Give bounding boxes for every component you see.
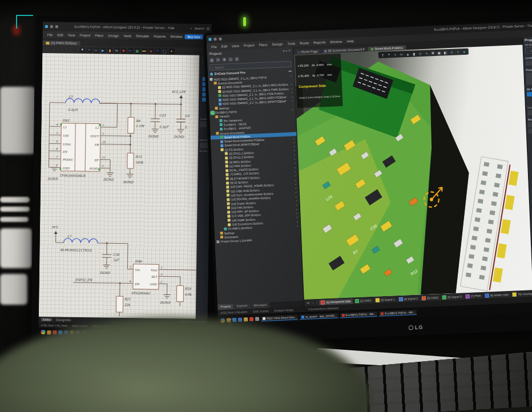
properties-search-input[interactable] <box>530 48 532 52</box>
minimize-button[interactable] <box>207 27 209 30</box>
layer-tab[interactable]: [5] GND2 <box>420 295 441 301</box>
menu-item[interactable]: Design <box>106 34 121 37</box>
taskbar-window-button[interactable]: RDC-0301-Direct Driv... <box>261 314 299 321</box>
buy-now-button[interactable]: Buy Now <box>185 34 203 39</box>
menu-item[interactable]: Project <box>78 33 93 37</box>
panel-menu-icon[interactable]: ▾ ≡ ✕ <box>283 49 291 53</box>
source-box[interactable] <box>527 110 532 116</box>
toolbar-icon[interactable]: ✦ <box>169 49 174 54</box>
layer-nav-icon[interactable]: ≪ <box>305 301 311 305</box>
pcb-toolbar-icon[interactable]: ▲ <box>405 51 410 56</box>
menu-item[interactable]: Reports <box>311 40 328 44</box>
toolbar-icon[interactable]: ◉ <box>148 48 154 53</box>
save-icon[interactable] <box>50 25 53 28</box>
taskbar-window-button[interactable]: EcoSBV1.PrjPcb - Alti... <box>340 312 377 318</box>
titlebar-search-label[interactable]: Search <box>194 27 204 30</box>
toolbar-icon[interactable]: ✚ <box>121 47 126 52</box>
toolbar-icon[interactable]: ▭ <box>94 47 99 52</box>
pcb-toolbar-icon[interactable]: ◧ <box>443 50 448 55</box>
section-snap[interactable]: Snap <box>528 118 532 122</box>
settings-icon[interactable]: ⚙ <box>235 56 239 61</box>
menu-item[interactable]: View <box>66 33 78 37</box>
layer-tab[interactable]: Top Overlay <box>511 291 532 297</box>
pcb-toolbar-icon[interactable]: ◇ <box>418 51 423 56</box>
pcb-toolbar-icon[interactable]: ▮ <box>412 51 417 56</box>
pcb-toolbar-icon[interactable]: ∿ <box>424 50 429 55</box>
pcb-toolbar-icon[interactable]: ● <box>462 49 467 54</box>
section-3d-model[interactable]: 3D Mod… <box>527 87 532 91</box>
menu-item[interactable]: File <box>209 45 219 49</box>
model-type-button[interactable]: C… <box>527 91 532 97</box>
layer-tab[interactable]: [7] PWR <box>464 293 483 298</box>
menu-item[interactable]: Place <box>92 34 106 37</box>
menu-item[interactable]: Design <box>269 42 285 46</box>
toolbar-icon[interactable]: ▮ <box>107 47 112 52</box>
menu-item[interactable]: Place <box>256 43 269 47</box>
toolbar-icon[interactable]: + <box>87 47 92 52</box>
menu-item[interactable]: Simulate <box>134 34 151 38</box>
refresh-icon[interactable]: ⟳ <box>216 58 220 62</box>
layer-tab[interactable]: [6] Signal 3 <box>441 294 464 300</box>
save-icon[interactable] <box>213 38 216 41</box>
pcb-toolbar-icon[interactable]: ▣ <box>437 50 442 55</box>
toolbar-icon[interactable]: ▬ <box>142 48 147 53</box>
toolbar-icon[interactable]: ▼ <box>80 47 85 52</box>
pcb-toolbar-icon[interactable]: T <box>380 52 385 58</box>
menu-item[interactable]: File <box>45 33 55 37</box>
schematic-canvas[interactable]: 4V2_LTE L3 2.2μH DA2 TPS63000DRCR R8 1.1… <box>39 53 199 319</box>
layer-tab[interactable]: [3] Signal 1 <box>374 297 397 303</box>
toolbar-icon[interactable]: ◯ <box>162 48 167 53</box>
hud-x-line: x 83,200 dx -6,900 mm <box>297 62 338 67</box>
section-properties[interactable]: Propert… <box>526 68 532 72</box>
menu-item[interactable]: Edit <box>219 45 230 49</box>
menu-item[interactable]: Tools <box>121 34 134 37</box>
properties-search[interactable]: ⌕ <box>525 47 532 54</box>
shelf-box <box>0 228 32 268</box>
toolbar-icon[interactable]: ⇆ <box>114 47 119 52</box>
taskbar-window-button[interactable]: EcoSBV1.PrjPcb - Alti... <box>379 310 417 317</box>
menu-item[interactable]: View <box>229 44 241 48</box>
taskbar-icon[interactable] <box>249 317 253 321</box>
toolbar-icon[interactable]: Λ <box>155 48 160 53</box>
toolbar-icon[interactable]: ▶ <box>100 47 106 52</box>
save-icon[interactable]: ▤ <box>209 58 214 62</box>
menu-item[interactable]: Help <box>344 39 356 43</box>
menu-item[interactable]: Window <box>328 39 345 43</box>
taskbar-icon[interactable] <box>238 318 242 322</box>
pcb-toolbar-icon[interactable]: ⌘ <box>430 50 436 55</box>
add-icon[interactable]: ✚ <box>222 57 227 62</box>
menu-item[interactable]: Reports <box>151 34 168 38</box>
menu-item[interactable]: Route <box>297 41 311 45</box>
editor-chip[interactable]: Editor <box>41 318 53 321</box>
search-icon[interactable]: ⌕ <box>190 26 192 30</box>
section-location[interactable]: Location <box>525 56 532 60</box>
document-icon <box>215 115 218 118</box>
pcb-toolbar-icon[interactable]: ⌖ <box>386 52 392 57</box>
menu-item[interactable]: Edit <box>55 33 65 37</box>
taskbar-icon[interactable] <box>255 317 259 321</box>
layer-tab[interactable]: [1] Component Side <box>319 298 353 305</box>
pcb-toolbar-icon[interactable]: + <box>393 52 398 57</box>
undo-icon[interactable] <box>55 25 58 28</box>
layer-nav-prev[interactable]: ‹ <box>312 301 315 304</box>
collapse-icon[interactable]: ▬ <box>288 69 292 72</box>
pcb-toolbar-icon[interactable]: / <box>456 49 461 54</box>
start-button[interactable] <box>41 330 45 334</box>
pcb-toolbar-icon[interactable]: ▭ <box>399 51 404 56</box>
taskbar-window-button[interactable]: w_spase - app_stm32l... <box>300 313 338 320</box>
layer-tab[interactable]: [2] GND1 <box>353 297 373 303</box>
menu-item[interactable]: Project <box>241 43 257 47</box>
layer-nav-next[interactable]: › <box>315 301 319 304</box>
layer-tab[interactable]: [8] Solder Side <box>483 292 510 298</box>
pcb-toolbar-icon[interactable]: λ <box>449 50 454 55</box>
menu-item[interactable]: Window <box>168 35 184 38</box>
pcb-3d-viewport[interactable]: x 83,200 dx -6,900 mm y 91,400 dy 0,700 … <box>294 45 532 300</box>
svg-text:DGND: DGND <box>174 135 184 138</box>
taskbar-icon[interactable] <box>244 317 248 321</box>
folder-icon[interactable]: 🗀 <box>228 57 233 62</box>
toolbar-icon[interactable]: ⊢ <box>128 48 133 53</box>
undo-icon[interactable] <box>219 37 221 40</box>
layer-tab[interactable]: [4] Signal 2 <box>397 296 420 302</box>
menu-item[interactable]: Tools <box>285 42 297 46</box>
toolbar-icon[interactable]: ▦ <box>135 48 140 53</box>
